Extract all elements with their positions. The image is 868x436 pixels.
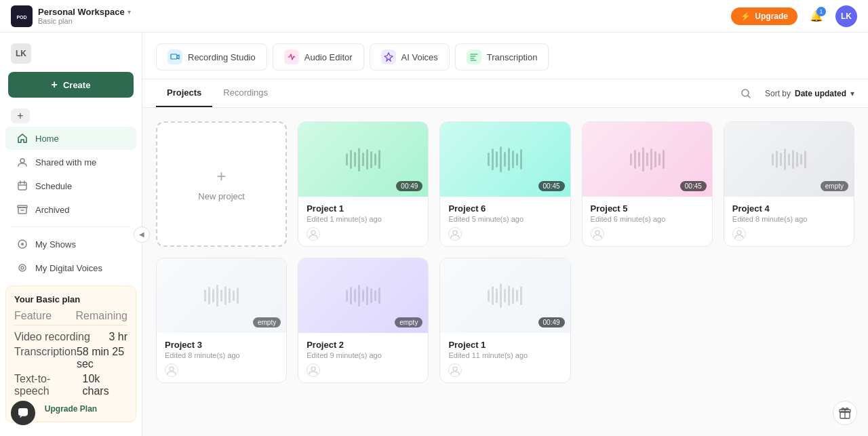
project-card[interactable]: 00:49 Project 1 Edited 11 minute(s) ago bbox=[439, 258, 570, 383]
project-thumbnail: 00:49 bbox=[440, 258, 570, 333]
sidebar-nav: Home Shared with me Schedule Archived bbox=[0, 126, 142, 280]
tabs-left: Projects Recordings bbox=[156, 79, 279, 107]
sidebar-item-archived[interactable]: Archived bbox=[5, 198, 136, 221]
project-thumbnail: empty bbox=[724, 122, 854, 197]
empty-badge: empty bbox=[395, 317, 422, 328]
svg-point-18 bbox=[595, 231, 599, 235]
tool-label: AI Voices bbox=[401, 52, 438, 62]
plan-row-tts: Text-to-speech 10k chars bbox=[14, 372, 127, 399]
tool-transcription[interactable]: Transcription bbox=[455, 43, 549, 71]
sidebar-item-myshows[interactable]: My Shows bbox=[5, 233, 136, 256]
tab-recordings[interactable]: Recordings bbox=[212, 79, 279, 107]
sidebar-user-avatar: LK bbox=[11, 43, 31, 64]
basic-plan-title: Your Basic plan bbox=[14, 294, 127, 304]
new-project-card[interactable]: + New project bbox=[156, 121, 287, 247]
create-plus-icon: + bbox=[52, 79, 58, 91]
gift-button[interactable] bbox=[833, 401, 857, 425]
duration-badge: 00:45 bbox=[680, 181, 707, 191]
waveform bbox=[772, 148, 806, 170]
project-meta: Edited 6 minute(s) ago bbox=[591, 215, 704, 223]
duration-badge: 00:49 bbox=[396, 181, 422, 191]
plan-label: Video recording bbox=[14, 331, 90, 343]
sidebar-item-label: Schedule bbox=[35, 181, 72, 191]
sort-value: Date updated bbox=[795, 89, 846, 98]
project-card[interactable]: 00:45 Project 6 Edited 5 minute(s) ago bbox=[439, 121, 570, 247]
sidebar-user: LK bbox=[0, 41, 142, 72]
waveform bbox=[346, 148, 380, 172]
upgrade-button[interactable]: ⚡ Upgrade bbox=[731, 7, 797, 25]
project-card[interactable]: empty Project 4 Edited 8 minute(s) ago bbox=[724, 121, 854, 247]
project-thumbnail: 00:45 bbox=[440, 122, 570, 197]
project-thumbnail: 00:45 bbox=[583, 122, 712, 197]
svg-point-2 bbox=[20, 159, 24, 163]
project-info: Project 5 Edited 6 minute(s) ago bbox=[583, 197, 712, 246]
tool-label: Recording Studio bbox=[188, 52, 256, 62]
tab-projects[interactable]: Projects bbox=[156, 79, 212, 107]
project-avatar bbox=[448, 363, 462, 377]
topbar-right: ⚡ Upgrade 🔔 1 LK bbox=[731, 5, 857, 27]
workspace-chevron-icon[interactable]: ▾ bbox=[127, 8, 131, 16]
user-avatar[interactable]: LK bbox=[835, 5, 857, 27]
notification-badge: 1 bbox=[816, 7, 826, 16]
project-meta: Edited 1 minute(s) ago bbox=[307, 215, 420, 223]
tool-ai-voices[interactable]: AI Voices bbox=[370, 43, 450, 71]
sidebar-item-label: My Digital Voices bbox=[35, 263, 102, 273]
sidebar-item-schedule[interactable]: Schedule bbox=[5, 174, 136, 197]
svg-rect-13 bbox=[171, 54, 177, 59]
plan-value: 3 hr bbox=[108, 331, 127, 343]
plan-label: Text-to-speech bbox=[14, 373, 83, 397]
svg-point-12 bbox=[21, 266, 24, 269]
new-project-label: New project bbox=[198, 191, 245, 201]
project-card[interactable]: 00:49 Project 1 Edited 1 minute(s) ago bbox=[298, 121, 429, 247]
search-button[interactable] bbox=[735, 83, 757, 104]
empty-badge: empty bbox=[253, 317, 281, 328]
project-card[interactable]: empty Project 3 Edited 8 minute(s) ago bbox=[156, 258, 287, 383]
project-card[interactable]: 00:45 Project 5 Edited 6 minute(s) ago bbox=[582, 121, 713, 247]
new-project-plus-icon: + bbox=[217, 167, 226, 186]
shared-icon bbox=[16, 156, 28, 168]
project-name: Project 1 bbox=[307, 203, 420, 214]
create-button[interactable]: + Create bbox=[8, 72, 134, 98]
layout: LK + Create + Home Shared with me bbox=[0, 33, 868, 436]
voices-icon bbox=[16, 262, 28, 274]
sidebar-item-shared[interactable]: Shared with me bbox=[5, 151, 136, 174]
project-card[interactable]: empty Project 2 Edited 9 minute(s) ago bbox=[298, 258, 429, 383]
svg-text:POD: POD bbox=[16, 15, 26, 20]
remaining-header: Remaining bbox=[76, 310, 127, 322]
project-info: Project 6 Edited 5 minute(s) ago bbox=[440, 197, 570, 246]
sidebar-collapse-button[interactable]: ◀ bbox=[134, 226, 150, 243]
plan-row-video: Video recording 3 hr bbox=[14, 330, 127, 344]
topbar-left: POD Personal Workspace ▾ Basic plan bbox=[11, 5, 131, 27]
project-name: Project 4 bbox=[732, 203, 846, 214]
projects-grid: + New project bbox=[142, 108, 868, 397]
project-info: Project 1 Edited 11 minute(s) ago bbox=[440, 333, 570, 382]
sort-label: Sort by bbox=[765, 89, 791, 98]
main-content: Recording Studio Audio Editor AI Voices … bbox=[142, 33, 868, 436]
project-name: Project 2 bbox=[307, 340, 420, 350]
sidebar-item-label: My Shows bbox=[35, 239, 76, 250]
project-info: Project 2 Edited 9 minute(s) ago bbox=[298, 333, 428, 382]
sidebar-item-label: Shared with me bbox=[35, 157, 96, 167]
calendar-icon bbox=[16, 180, 28, 192]
workspace-info: Personal Workspace ▾ Basic plan bbox=[38, 7, 131, 25]
project-meta: Edited 5 minute(s) ago bbox=[448, 215, 561, 223]
project-name: Project 5 bbox=[591, 203, 704, 214]
plan-value: 58 min 25 sec bbox=[77, 346, 127, 370]
project-avatar bbox=[165, 363, 178, 377]
new-project-inner: + New project bbox=[198, 167, 245, 201]
notification-button[interactable]: 🔔 1 bbox=[806, 5, 827, 27]
sidebar-add-button[interactable]: + bbox=[11, 108, 30, 123]
sidebar: LK + Create + Home Shared with me bbox=[0, 33, 142, 436]
tools-bar: Recording Studio Audio Editor AI Voices … bbox=[142, 33, 868, 79]
sidebar-item-voices[interactable]: My Digital Voices bbox=[5, 256, 136, 279]
sidebar-item-label: Home bbox=[35, 134, 59, 144]
project-thumbnail: 00:49 bbox=[298, 122, 428, 197]
tool-recording-studio[interactable]: Recording Studio bbox=[156, 43, 267, 71]
duration-badge: 00:49 bbox=[538, 317, 565, 328]
waveform bbox=[488, 146, 522, 172]
waveform bbox=[204, 285, 239, 306]
sidebar-item-home[interactable]: Home bbox=[5, 127, 136, 150]
sort-button[interactable]: Sort by Date updated ▾ bbox=[765, 89, 854, 98]
chat-button[interactable] bbox=[11, 401, 35, 425]
tool-audio-editor[interactable]: Audio Editor bbox=[273, 43, 364, 71]
